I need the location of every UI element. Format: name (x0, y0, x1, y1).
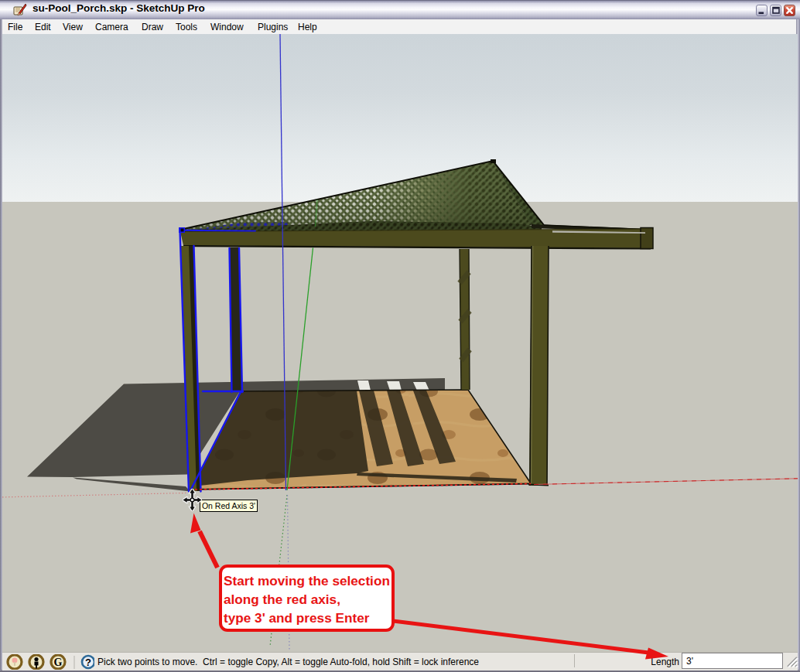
svg-text:G: G (54, 657, 63, 668)
svg-text:?: ? (85, 657, 91, 668)
